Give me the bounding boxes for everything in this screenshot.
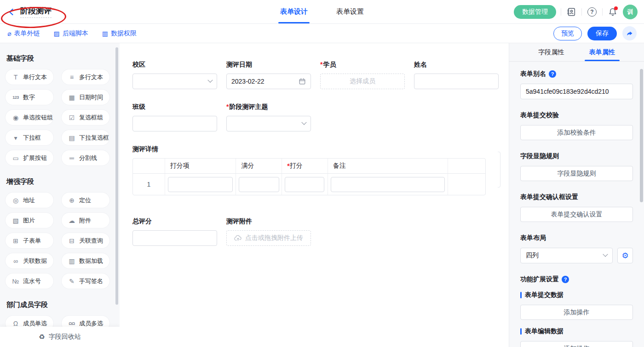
- field-type-pill[interactable]: ═分割线: [62, 150, 109, 165]
- topic-select[interactable]: [226, 116, 311, 131]
- class-input-inner[interactable]: [138, 120, 212, 127]
- field-type-pill[interactable]: ≡多行文本: [62, 69, 109, 85]
- data-manage-button[interactable]: 数据管理: [514, 5, 556, 19]
- field-type-pill[interactable]: ▤下拉复选框: [62, 130, 109, 145]
- attachment-upload[interactable]: 点击或拖拽附件上传: [226, 230, 311, 246]
- tab-form-properties[interactable]: 表单属性: [588, 43, 616, 61]
- score-item-input[interactable]: [168, 177, 233, 192]
- field-recycle-bin[interactable]: ♻ 字段回收站: [0, 327, 120, 347]
- field-type-label: 成员单选: [23, 319, 47, 328]
- field-type-label: 图片: [23, 216, 35, 225]
- table-header-label: 打分项: [170, 162, 190, 170]
- panel-action-button[interactable]: 添加校验条件: [520, 125, 633, 140]
- field-type-icon: ✎: [68, 278, 76, 285]
- table-header-cell: 满分: [236, 159, 282, 173]
- add-operation-button[interactable]: 添加操作: [520, 341, 633, 347]
- tab-form-design[interactable]: 表单设计: [278, 0, 310, 23]
- field-type-pill[interactable]: ▥数据加载: [62, 253, 109, 268]
- field-type-pill[interactable]: 123数字: [6, 90, 53, 105]
- field-type-label: 定位: [79, 196, 91, 205]
- score-input[interactable]: [285, 177, 324, 192]
- name-input[interactable]: [414, 74, 499, 89]
- field-name[interactable]: 姓名: [414, 61, 499, 89]
- field-type-label: 地址: [23, 196, 35, 205]
- help-icon[interactable]: ?: [562, 276, 569, 283]
- field-total-score[interactable]: 总评分: [132, 217, 217, 246]
- field-type-pill[interactable]: ☁附件: [62, 213, 109, 228]
- field-type-label: 复选框组: [79, 114, 103, 122]
- notification-bell-icon[interactable]: [607, 6, 618, 17]
- help-icon[interactable]: ?: [586, 6, 598, 17]
- name-input-inner[interactable]: [419, 78, 494, 85]
- tab-field-properties[interactable]: 字段属性: [537, 43, 565, 61]
- total-score-input[interactable]: [132, 230, 217, 246]
- field-type-pill[interactable]: ∞关联数据: [6, 253, 53, 268]
- main-area: 基础字段T单行文本≡多行文本123数字▦日期时间◉单选按钮组☑复选框组▾下拉框▤…: [0, 43, 644, 347]
- field-type-icon: ◎: [12, 197, 20, 204]
- field-type-icon: №: [12, 278, 20, 285]
- class-input[interactable]: [132, 116, 217, 131]
- properties-panel: 字段属性 表单属性 表单别名?表单提交校验添加校验条件字段显隐规则字段显隐规则表…: [509, 43, 644, 347]
- campus-select[interactable]: [132, 74, 217, 89]
- field-type-pill[interactable]: ⊟关联查询: [62, 233, 109, 248]
- tab-form-settings[interactable]: 表单设置: [334, 0, 366, 23]
- toolbar-link[interactable]: ⌀表单外链: [7, 29, 40, 38]
- field-type-icon: ▾: [12, 134, 20, 142]
- layout-settings-button[interactable]: ⚙: [617, 248, 633, 263]
- field-type-pill[interactable]: ▭扩展按钮: [6, 150, 53, 165]
- remark-input[interactable]: [331, 177, 445, 192]
- chevron-down-icon: [207, 78, 213, 83]
- field-type-pill[interactable]: ✎手写签名: [62, 273, 109, 289]
- field-type-pill[interactable]: ⊞子表单: [6, 233, 53, 248]
- table-header-row: 打分项满分*打分备注: [133, 159, 485, 174]
- form-row: 班级 *阶段测评主题: [132, 103, 509, 131]
- panel-action-button[interactable]: 表单提交确认设置: [520, 207, 633, 222]
- preview-button[interactable]: 预览: [553, 27, 582, 40]
- contact-book-icon[interactable]: [566, 6, 577, 17]
- field-topic[interactable]: *阶段测评主题: [226, 103, 311, 131]
- table-header-label: 满分: [241, 162, 254, 170]
- divider: [561, 8, 561, 16]
- header-right: 数据管理 ? 训: [514, 5, 644, 19]
- field-type-pill[interactable]: ◉单选按钮组: [6, 110, 53, 125]
- field-type-pill[interactable]: ◎地址: [6, 193, 53, 208]
- field-type-pill[interactable]: ▦日期时间: [62, 90, 109, 105]
- form-layout-select[interactable]: 四列: [520, 248, 613, 263]
- field-type-pill[interactable]: T单行文本: [6, 69, 53, 85]
- panel-group: 表单布局四列⚙: [520, 234, 633, 263]
- form-row: 总评分 测评附件 点击或拖拽附件上传: [132, 217, 509, 246]
- field-campus[interactable]: 校区: [132, 61, 217, 89]
- field-type-pill[interactable]: ▧图片: [6, 213, 53, 228]
- field-attachment[interactable]: 测评附件 点击或拖拽附件上传: [226, 217, 311, 246]
- panel-action-button[interactable]: 字段显隐规则: [520, 166, 633, 181]
- table-overflow-border: [498, 152, 500, 188]
- field-label: 校区: [132, 61, 217, 69]
- save-button[interactable]: 保存: [587, 27, 617, 40]
- sidebar-scrollbar[interactable]: [115, 47, 118, 305]
- calendar-icon[interactable]: [299, 78, 306, 85]
- date-value[interactable]: [231, 78, 299, 85]
- panel-group-title: 表单别名: [520, 70, 546, 78]
- field-type-pill[interactable]: ▾下拉框: [6, 130, 53, 145]
- field-type-pill[interactable]: №流水号: [6, 273, 53, 289]
- toolbar-link[interactable]: ▥数据权限: [102, 29, 137, 38]
- avatar[interactable]: 训: [623, 5, 638, 19]
- form-alias-input[interactable]: [520, 84, 633, 99]
- panel-scrollbar[interactable]: [640, 69, 643, 202]
- toolbar-link[interactable]: ▨后端脚本: [53, 29, 88, 38]
- total-score-input-inner[interactable]: [138, 234, 212, 242]
- field-label: 测评日期: [226, 61, 311, 69]
- field-type-label: 关联数据: [23, 257, 47, 265]
- help-icon[interactable]: ?: [549, 70, 556, 78]
- add-operation-button[interactable]: 添加操作: [520, 305, 633, 320]
- field-class[interactable]: 班级: [132, 103, 217, 131]
- select-member-button[interactable]: 选择成员: [320, 74, 405, 89]
- field-eval-detail[interactable]: 测评详情 打分项满分*打分备注 1: [132, 145, 509, 195]
- field-student[interactable]: *学员 选择成员: [320, 61, 405, 89]
- date-input[interactable]: [226, 74, 311, 89]
- field-type-pill[interactable]: ⊕定位: [62, 193, 109, 208]
- field-eval-date[interactable]: 测评日期: [226, 61, 311, 89]
- field-type-pill[interactable]: ☑复选框组: [62, 110, 109, 125]
- full-score-input[interactable]: [239, 177, 279, 192]
- share-button[interactable]: [622, 26, 637, 40]
